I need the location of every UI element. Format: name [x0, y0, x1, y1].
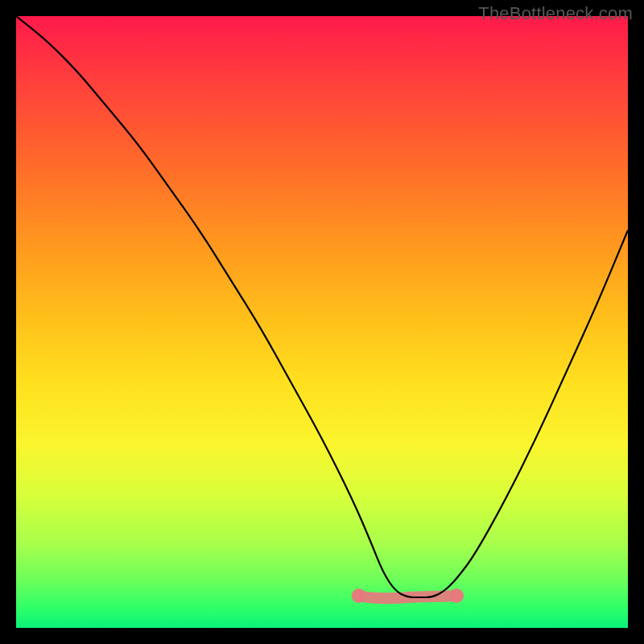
gradient-background: [16, 16, 628, 628]
chart-frame: TheBottleneck.com: [0, 0, 644, 644]
watermark-text: TheBottleneck.com: [478, 3, 633, 24]
plot-area: [16, 16, 628, 628]
